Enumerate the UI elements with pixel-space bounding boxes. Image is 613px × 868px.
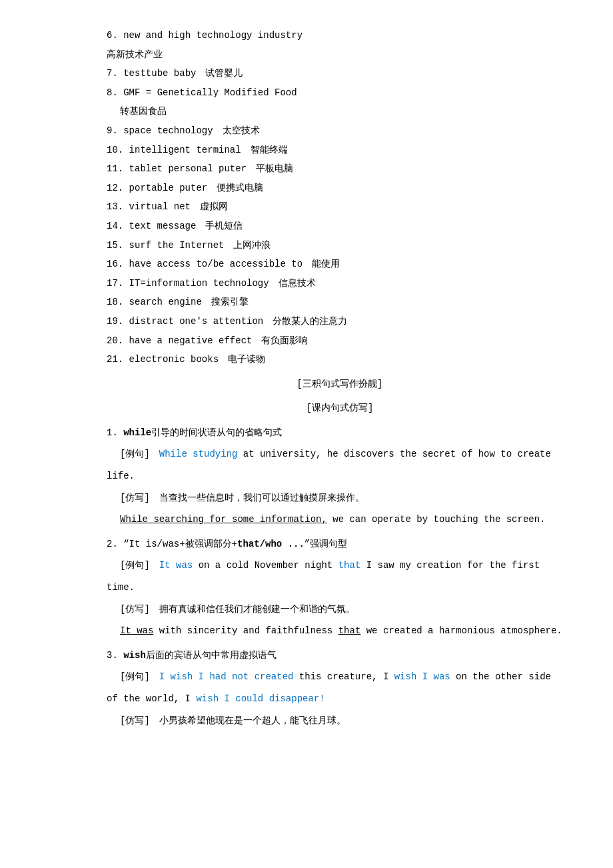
vocab-item-7: 7. testtube baby 试管婴儿 <box>107 65 573 83</box>
vocab-num: 15. <box>107 240 129 251</box>
sentence-2: 2. “It is/was+被强调部分+that/who ...”强调句型 [例… <box>107 535 573 640</box>
sentence-2-cont: time. <box>107 579 573 597</box>
sentence-3: 3. wish后面的宾语从句中常用虚拟语气 [例句] I wish I had … <box>107 647 573 729</box>
vocab-item-6: 6. new and high technology industry <box>107 27 573 45</box>
sanjiju-label: [三积句式写作扮靓] <box>107 375 573 393</box>
sentence-3-cont: of the world, I wish I could disappear! <box>107 690 573 708</box>
vocab-en: virtual net 虚拟网 <box>129 201 228 212</box>
vocab-num: 17. <box>107 278 129 289</box>
vocab-num: 7. <box>107 68 123 79</box>
vocab-item-13: 13. virtual net 虚拟网 <box>107 198 573 216</box>
sentence-1-example: [例句] While studying at university, he di… <box>120 445 573 463</box>
vocab-en: portable puter 便携式电脑 <box>129 183 264 193</box>
vocab-en: distract one's attention 分散某人的注意力 <box>129 316 348 327</box>
vocab-zh-8: 转基因食品 <box>120 103 573 121</box>
vocab-item-14: 14. text message 手机短信 <box>107 217 573 235</box>
vocab-item-8: 8. GMF = Genetically Modified Food <box>107 84 573 102</box>
vocab-en: GMF = Genetically Modified Food <box>123 87 297 98</box>
vocab-item-17: 17. IT=information technology 信息技术 <box>107 275 573 293</box>
vocab-num: 13. <box>107 201 129 212</box>
vocab-num: 18. <box>107 297 129 307</box>
vocab-item-20: 20. have a negative effect 有负面影响 <box>107 332 573 350</box>
vocab-list: 6. new and high technology industry 高新技术… <box>107 27 573 369</box>
sentence-1-title: 1. while引导的时间状语从句的省略句式 <box>107 424 573 442</box>
sentence-2-keyword: that/who ... <box>237 539 305 549</box>
vocab-item-19: 19. distract one's attention 分散某人的注意力 <box>107 313 573 331</box>
vocab-num: 21. <box>107 354 129 365</box>
sentence-2-example: [例句] It was on a cold November night tha… <box>120 557 573 575</box>
vocab-en: IT=information technology 信息技术 <box>129 278 316 289</box>
sentence-2-imitation-zh: [仿写] 拥有真诚和信任我们才能创建一个和谐的气氛。 <box>120 601 573 619</box>
vocab-num: 8. <box>107 87 123 98</box>
main-content: 6. new and high technology industry 高新技术… <box>107 27 573 729</box>
vocab-num: 12. <box>107 183 129 193</box>
vocab-item-12: 12. portable puter 便携式电脑 <box>107 179 573 197</box>
vocab-num: 16. <box>107 259 129 269</box>
vocab-num: 10. <box>107 145 129 155</box>
vocab-en: have access to/be accessible to 能使用 <box>129 259 340 269</box>
example-label: [例句] <box>120 671 159 682</box>
sentence-3-title: 3. wish后面的宾语从句中常用虚拟语气 <box>107 647 573 665</box>
vocab-en: surf the Internet 上网冲浪 <box>129 240 271 251</box>
vocab-item-18: 18. search engine 搜索引擎 <box>107 293 573 311</box>
sentence-3-example: [例句] I wish I had not created this creat… <box>120 668 573 686</box>
vocab-num: 14. <box>107 221 129 231</box>
example-highlight: While studying <box>159 449 238 459</box>
sentence-3-imitation-zh: [仿写] 小男孩希望他现在是一个超人，能飞往月球。 <box>120 712 573 730</box>
vocab-num: 6. <box>107 30 123 41</box>
vocab-item-15: 15. surf the Internet 上网冲浪 <box>107 237 573 255</box>
vocab-zh-6: 高新技术产业 <box>107 46 573 64</box>
sentence-3-keyword: wish <box>123 650 146 661</box>
sentence-1-keyword: while <box>123 427 151 438</box>
kenei-label: [课内句式仿写] <box>107 399 573 417</box>
sentence-1-imitation-en: While searching for some information, we… <box>120 511 573 529</box>
vocab-item-11: 11. tablet personal puter 平板电脑 <box>107 160 573 178</box>
vocab-en: text message 手机短信 <box>129 221 243 231</box>
vocab-num: 9. <box>107 125 123 136</box>
vocab-en: new and high technology industry <box>123 30 303 41</box>
vocab-num: 11. <box>107 163 129 174</box>
vocab-en: testtube baby 试管婴儿 <box>123 68 243 79</box>
vocab-en: tablet personal puter 平板电脑 <box>129 163 293 174</box>
example-label: [例句] <box>120 449 159 459</box>
sentence-1: 1. while引导的时间状语从句的省略句式 [例句] While studyi… <box>107 424 573 529</box>
vocab-item-10: 10. intelligent terminal 智能终端 <box>107 141 573 159</box>
vocab-en: space technology 太空技术 <box>123 125 259 136</box>
vocab-en: search engine 搜索引擎 <box>129 297 249 307</box>
vocab-item-21: 21. electronic books 电子读物 <box>107 351 573 369</box>
sentence-1-imitation-zh: [仿写] 当查找一些信息时，我们可以通过触摸屏来操作。 <box>120 489 573 507</box>
vocab-item-9: 9. space technology 太空技术 <box>107 122 573 140</box>
sentence-2-title: 2. “It is/was+被强调部分+that/who ...”强调句型 <box>107 535 573 553</box>
example-label: [例句] <box>120 560 159 571</box>
sentence-2-imitation-en: It was with sincerity and faithfulness t… <box>120 622 573 640</box>
vocab-en: electronic books 电子读物 <box>129 354 265 365</box>
vocab-num: 19. <box>107 316 129 327</box>
vocab-item-16: 16. have access to/be accessible to 能使用 <box>107 255 573 273</box>
vocab-en: intelligent terminal 智能终端 <box>129 145 288 155</box>
vocab-num: 20. <box>107 335 129 346</box>
sentence-1-cont: life. <box>107 467 573 485</box>
vocab-en: have a negative effect 有负面影响 <box>129 335 308 346</box>
